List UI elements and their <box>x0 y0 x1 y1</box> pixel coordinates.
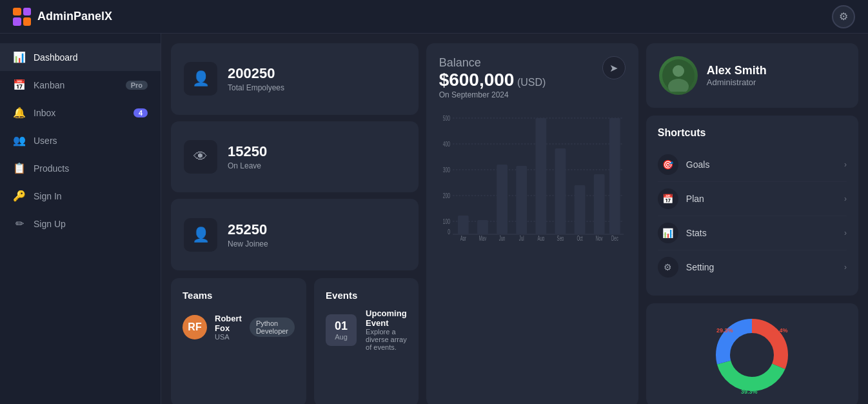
balance-amount-row: $600,000 (USD) <box>439 70 546 90</box>
svg-rect-12 <box>458 216 469 234</box>
svg-text:Apr: Apr <box>460 236 466 241</box>
sidebar-item-inbox[interactable]: 🔔 Inbox 4 <box>0 99 161 126</box>
event-details: Upcoming Event Explore a diverse array o… <box>366 308 407 351</box>
send-button[interactable]: ➤ <box>602 56 626 79</box>
content-area: 👤 200250 Total Empolyees 👁 15250 On Leav… <box>161 34 868 404</box>
newjoinee-label: New Joinee <box>228 239 268 248</box>
main-layout: 📊 Dashboard 📅 Kanban Pro 🔔 Inbox 4 👥 Use… <box>0 34 868 404</box>
svg-text:31.4%: 31.4% <box>771 327 788 334</box>
events-title: Events <box>326 290 407 301</box>
goals-icon: 🎯 <box>658 154 678 175</box>
svg-text:Nov: Nov <box>595 236 602 241</box>
sidebar-item-dashboard[interactable]: 📊 Dashboard <box>0 43 161 71</box>
svg-text:300: 300 <box>442 166 449 174</box>
member-avatar: RF <box>182 315 207 339</box>
goals-label: Goals <box>686 159 836 170</box>
member-role-badge: Python Developer <box>250 318 295 337</box>
employees-number: 200250 <box>228 65 284 82</box>
kanban-pro-badge: Pro <box>126 81 148 90</box>
svg-text:May: May <box>478 236 486 241</box>
newjoinee-icon: 👤 <box>184 218 217 252</box>
svg-rect-18 <box>574 185 585 234</box>
svg-rect-16 <box>535 118 546 234</box>
profile-role: Administrator <box>707 77 767 87</box>
sidebar-item-signin[interactable]: 🔑 Sign In <box>0 182 161 210</box>
svg-text:200: 200 <box>442 192 449 199</box>
stats-label: Stats <box>686 228 836 238</box>
onleave-number: 15250 <box>228 143 267 160</box>
right-panel: Alex Smith Administrator Shortcuts 🎯 Goa… <box>646 43 858 404</box>
plan-label: Plan <box>686 194 836 204</box>
signup-icon: ✏ <box>13 217 26 230</box>
brand-icon <box>13 8 31 26</box>
products-icon: 📋 <box>13 162 26 174</box>
svg-rect-17 <box>555 148 566 234</box>
member-country: USA <box>215 333 242 341</box>
svg-text:29.3%: 29.3% <box>716 327 733 334</box>
shortcut-goals[interactable]: 🎯 Goals › <box>658 148 847 182</box>
member-name: Robert Fox <box>215 314 242 333</box>
shortcuts-title: Shortcuts <box>658 127 847 139</box>
plan-arrow-icon: › <box>844 194 847 203</box>
svg-text:Aug: Aug <box>537 236 544 241</box>
balance-amount: $600,000 <box>439 70 515 90</box>
team-member-row: RF Robert Fox USA Python Developer <box>182 308 295 346</box>
svg-text:Oct: Oct <box>577 236 583 241</box>
svg-text:Sep: Sep <box>557 236 564 241</box>
svg-text:Jun: Jun <box>498 236 505 241</box>
kanban-icon: 📅 <box>13 79 26 91</box>
sidebar-item-users[interactable]: 👥 Users <box>0 126 161 154</box>
sidebar-item-label: Inbox <box>34 108 55 118</box>
balance-card: Balance $600,000 (USD) On September 2024… <box>426 43 638 404</box>
topbar: AdminPanelX ⚙ <box>0 0 868 34</box>
users-icon: 👥 <box>13 134 26 146</box>
shortcut-stats[interactable]: 📊 Stats › <box>658 216 847 250</box>
balance-header: Balance $600,000 (USD) On September 2024… <box>439 56 626 109</box>
events-card: Events 01 Aug Upcoming Event Explore a d… <box>314 278 419 404</box>
event-day: 01 <box>335 319 348 333</box>
profile-info: Alex Smith Administrator <box>707 64 767 87</box>
settings-gear-button[interactable]: ⚙ <box>832 5 855 28</box>
svg-text:100: 100 <box>442 217 449 225</box>
stat-card-onleave: 👁 15250 On Leave <box>171 121 419 193</box>
svg-text:400: 400 <box>442 140 449 148</box>
event-month: Aug <box>335 333 348 341</box>
employees-label: Total Empolyees <box>228 83 284 92</box>
donut-chart: 29.3% 31.4% 39.3% <box>710 313 794 397</box>
teams-card: Teams RF Robert Fox USA Python Developer <box>171 278 306 404</box>
shortcut-setting[interactable]: ⚙ Setting › <box>658 250 847 284</box>
svg-text:500: 500 <box>442 114 449 122</box>
inbox-icon: 🔔 <box>13 106 26 119</box>
onleave-icon: 👁 <box>184 140 217 174</box>
svg-rect-15 <box>516 166 527 234</box>
sidebar-item-signup[interactable]: ✏ Sign Up <box>0 210 161 237</box>
svg-text:Jul: Jul <box>519 236 524 241</box>
setting-icon: ⚙ <box>658 257 678 278</box>
sidebar: 📊 Dashboard 📅 Kanban Pro 🔔 Inbox 4 👥 Use… <box>0 34 161 404</box>
donut-chart-card: 29.3% 31.4% 39.3% <box>646 303 858 404</box>
bottom-section: Teams RF Robert Fox USA Python Developer… <box>171 278 419 404</box>
member-info: Robert Fox USA <box>215 314 242 341</box>
employees-info: 200250 Total Empolyees <box>228 65 284 92</box>
balance-title: Balance <box>439 56 546 70</box>
shortcut-plan[interactable]: 📅 Plan › <box>658 182 847 216</box>
shortcuts-card: Shortcuts 🎯 Goals › 📅 Plan › 📊 Stats › <box>646 116 858 296</box>
onleave-label: On Leave <box>228 161 267 170</box>
newjoinee-info: 25250 New Joinee <box>228 221 268 248</box>
svg-text:39.3%: 39.3% <box>741 389 758 395</box>
brand: AdminPanelX <box>13 8 112 26</box>
stats-arrow-icon: › <box>844 228 847 237</box>
dashboard-icon: 📊 <box>13 51 26 63</box>
sidebar-item-label: Products <box>34 163 69 174</box>
plan-icon: 📅 <box>658 188 678 209</box>
svg-point-31 <box>673 65 684 77</box>
event-date-box: 01 Aug <box>326 314 357 346</box>
sidebar-item-label: Kanban <box>34 80 64 90</box>
sidebar-item-label: Sign Up <box>34 219 66 229</box>
sidebar-item-label: Dashboard <box>34 52 78 63</box>
newjoinee-number: 25250 <box>228 221 268 238</box>
sidebar-item-products[interactable]: 📋 Products <box>0 154 161 182</box>
sidebar-item-kanban[interactable]: 📅 Kanban Pro <box>0 71 161 99</box>
brand-name: AdminPanelX <box>37 10 112 23</box>
svg-rect-14 <box>497 165 508 234</box>
